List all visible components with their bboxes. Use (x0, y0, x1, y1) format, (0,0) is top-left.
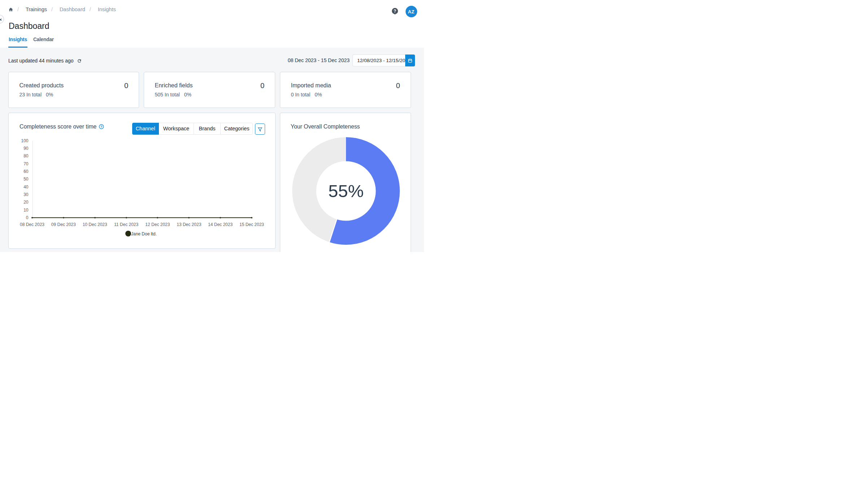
svg-text:55%: 55% (328, 181, 363, 201)
svg-text:?: ? (100, 125, 102, 129)
svg-text:?: ? (394, 9, 396, 14)
